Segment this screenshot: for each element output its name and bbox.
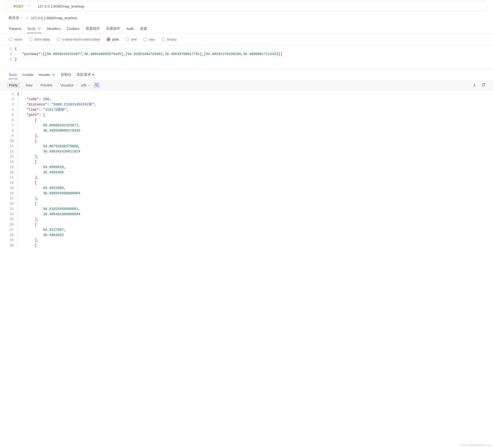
- body-type-none[interactable]: none: [9, 37, 22, 41]
- tab-cookies[interactable]: Cookies: [66, 24, 80, 33]
- breadcrumb-separator: /: [27, 16, 28, 20]
- tab-post-request[interactable]: 后置操作: [106, 24, 121, 33]
- chevron-down-icon[interactable]: [28, 4, 34, 8]
- response-body-editor[interactable]: 1234567891011121314151617181920212223242…: [0, 90, 493, 251]
- tab-headers[interactable]: Headers: [46, 24, 61, 33]
- body-type-xml[interactable]: xml: [125, 37, 136, 41]
- resp-tab-console[interactable]: 控制台: [60, 70, 72, 79]
- resp-tab-actual[interactable]: 实际请求: [76, 70, 94, 79]
- view-pretty[interactable]: Pretty: [7, 82, 20, 88]
- wrap-lines-button[interactable]: [93, 82, 100, 88]
- response-view-bar: Pretty Raw Preview Visualize utf8: [0, 80, 493, 90]
- breadcrumb-path[interactable]: 127.0.0.1:8080/map_test/test: [31, 16, 77, 20]
- http-method[interactable]: POST: [13, 4, 28, 8]
- body-type-xwww[interactable]: x-www-form-urlencoded: [56, 37, 100, 41]
- body-count-badge: 1: [37, 27, 41, 30]
- resp-tab-body[interactable]: Body: [9, 70, 18, 79]
- body-type-selector: none form-data x-www-form-urlencoded jso…: [0, 34, 493, 45]
- request-tabs: Params Body 1 Headers Cookies 前置操作 后置操作 …: [0, 23, 493, 34]
- request-body-editor[interactable]: 123 {"pathWay":[[94.88686342315677,36.40…: [0, 45, 493, 63]
- breadcrumb-root[interactable]: 根目录: [9, 16, 19, 20]
- code-area[interactable]: {"pathWay":[[94.88686342315677,36.408548…: [15, 45, 493, 63]
- tab-auth[interactable]: Auth: [126, 24, 134, 33]
- body-type-binary[interactable]: binary: [161, 37, 177, 41]
- resp-tab-cookie[interactable]: Cookie: [22, 70, 34, 79]
- tab-pre-request[interactable]: 前置操作: [85, 24, 101, 33]
- tab-body[interactable]: Body 1: [27, 24, 41, 33]
- request-bar: POST: [7, 1, 486, 11]
- resp-tab-header[interactable]: Header 8: [38, 70, 56, 79]
- download-icon[interactable]: [472, 82, 477, 89]
- view-visualize[interactable]: Visualize: [58, 82, 76, 88]
- header-count-badge: 8: [52, 73, 56, 77]
- chevron-down-icon[interactable]: [21, 16, 23, 20]
- tab-body-label: Body: [28, 27, 36, 31]
- tab-settings[interactable]: 设置: [140, 24, 148, 33]
- url-input[interactable]: [34, 4, 486, 8]
- view-raw[interactable]: Raw: [23, 82, 35, 88]
- response-tabs: Body Cookie Header 8 控制台 实际请求: [0, 69, 493, 80]
- breadcrumb: 根目录 / 127.0.0.1:8080/map_test/test: [0, 11, 493, 23]
- tab-params[interactable]: Params: [9, 24, 22, 33]
- encoding-select[interactable]: utf8: [79, 83, 90, 87]
- line-gutter: 1234567891011121314151617181920212223242…: [0, 90, 17, 249]
- status-dot-icon: [92, 74, 94, 76]
- copy-icon[interactable]: [481, 82, 486, 89]
- body-type-json[interactable]: json: [107, 37, 119, 41]
- body-type-formdata[interactable]: form-data: [29, 37, 50, 41]
- body-type-raw[interactable]: raw: [143, 37, 155, 41]
- code-area[interactable]: { "code": 200, "distance": "5088.2136314…: [17, 90, 493, 249]
- line-gutter: 123: [0, 45, 15, 63]
- svg-rect-0: [482, 84, 484, 86]
- view-preview[interactable]: Preview: [38, 82, 55, 88]
